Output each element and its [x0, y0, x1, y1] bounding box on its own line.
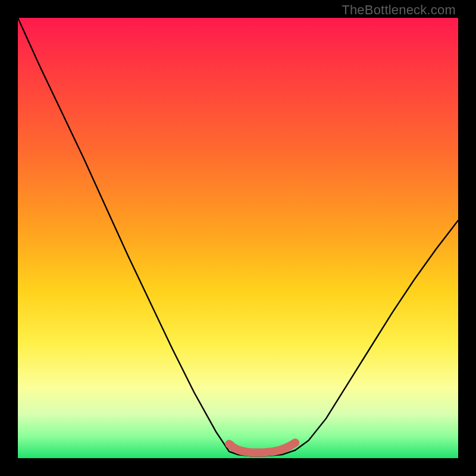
valley-marker	[229, 443, 295, 452]
watermark-text: TheBottleneck.com	[342, 2, 456, 18]
plot-area	[18, 18, 458, 458]
curve-layer	[18, 18, 458, 458]
bottleneck-curve	[18, 18, 458, 456]
chart-frame: TheBottleneck.com	[0, 0, 476, 476]
